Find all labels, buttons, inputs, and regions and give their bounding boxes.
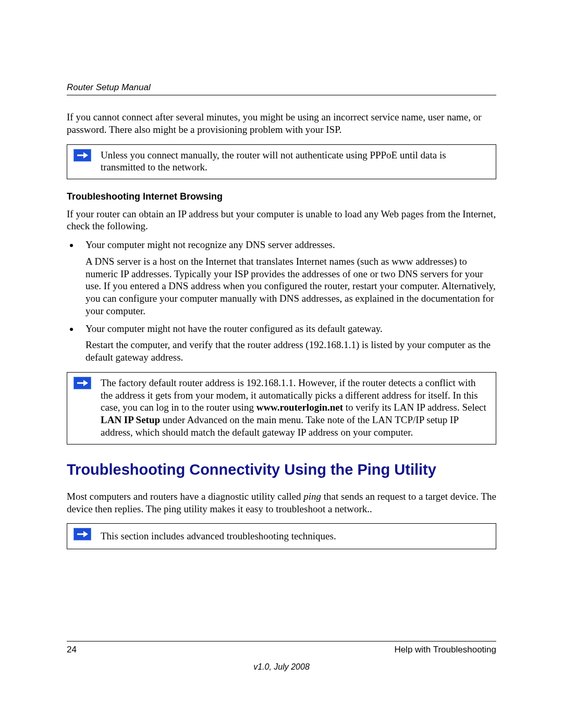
page-body: If you cannot connect after several minu… (67, 111, 496, 549)
arrow-right-icon (74, 149, 91, 162)
ping-paragraph: Most computers and routers have a diagno… (67, 490, 496, 515)
ping-pre: Most computers and routers have a diagno… (67, 491, 303, 502)
list-item: Your computer might not recognize any DN… (79, 239, 496, 317)
bullet-text: Your computer might not have the router … (85, 323, 383, 334)
footer-line: 24 Help with Troubleshooting (67, 645, 496, 655)
bullet-text: Your computer might not recognize any DN… (85, 239, 335, 250)
subheading-internet-browsing: Troubleshooting Internet Browsing (67, 191, 496, 203)
troubleshoot-list: Your computer might not recognize any DN… (67, 239, 496, 364)
footer-rule (67, 641, 496, 641)
note2-part2: to verify its LAN IP address. Select (343, 402, 486, 413)
svg-marker-5 (83, 531, 88, 537)
heading-ping-utility: Troubleshooting Connectivity Using the P… (67, 460, 496, 479)
ping-term: ping (303, 491, 321, 502)
bullet-followup: A DNS server is a host on the Internet t… (85, 255, 496, 317)
intro-paragraph: If you cannot connect after several minu… (67, 111, 496, 136)
svg-marker-1 (83, 152, 88, 158)
note2-url: www.routerlogin.net (256, 402, 343, 413)
page-footer: 24 Help with Troubleshooting v1.0, July … (67, 641, 496, 672)
footer-section: Help with Troubleshooting (394, 645, 496, 655)
sub1-intro: If your router can obtain an IP address … (67, 208, 496, 233)
arrow-right-icon (74, 377, 91, 389)
footer-version: v1.0, July 2008 (67, 662, 496, 672)
note-text: This section includes advanced troublesh… (97, 524, 496, 549)
manual-page: Router Setup Manual If you cannot connec… (0, 0, 563, 728)
note-box-3: This section includes advanced troublesh… (67, 523, 496, 549)
note-text: The factory default router address is 19… (97, 373, 496, 444)
note-icon-cell (67, 524, 97, 549)
running-header: Router Setup Manual (67, 82, 496, 93)
note2-menu: LAN IP Setup (101, 414, 160, 425)
note-icon-cell (67, 373, 97, 444)
note-icon-cell (67, 145, 97, 179)
list-item: Your computer might not have the router … (79, 323, 496, 364)
header-rule (67, 95, 496, 95)
page-number: 24 (67, 645, 77, 655)
note-text: Unless you connect manually, the router … (97, 145, 496, 179)
arrow-right-icon (74, 528, 91, 540)
note-box-2: The factory default router address is 19… (67, 372, 496, 445)
svg-marker-3 (83, 380, 88, 386)
note-box-1: Unless you connect manually, the router … (67, 144, 496, 180)
bullet-followup: Restart the computer, and verify that th… (85, 339, 496, 364)
